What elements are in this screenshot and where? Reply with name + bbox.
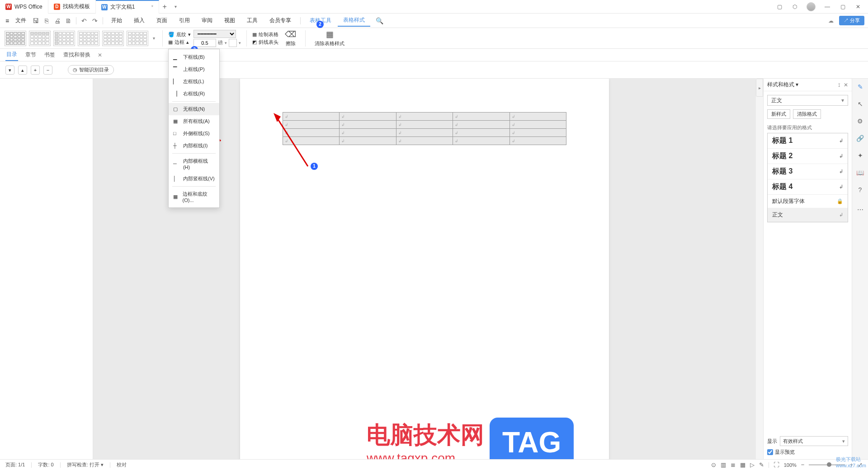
undo-icon[interactable]: ↶ — [79, 17, 89, 24]
menu-member[interactable]: 会员专享 — [264, 15, 297, 26]
avatar[interactable] — [807, 2, 816, 11]
menu-view[interactable]: 视图 — [219, 15, 241, 26]
hamburger-icon[interactable]: ≡ — [4, 17, 11, 24]
table-cell[interactable]: ↲ — [283, 113, 340, 121]
menu-start[interactable]: 开始 — [106, 15, 127, 26]
reading-view-icon[interactable]: ▷ — [750, 461, 755, 468]
spellcheck-status[interactable]: 拼写检查: 打开 ▾ — [67, 461, 104, 468]
tab-dropdown[interactable]: ▾ — [170, 4, 181, 9]
menu-reference[interactable]: 引用 — [174, 15, 195, 26]
zoom-level[interactable]: 100% — [784, 462, 797, 468]
border-inside-item[interactable]: ┼内部框线(I) — [169, 140, 219, 152]
new-style-button[interactable]: 新样式 — [767, 109, 790, 119]
menu-review[interactable]: 审阅 — [196, 15, 218, 26]
menu-insert[interactable]: 插入 — [128, 15, 150, 26]
border-width-input[interactable] — [193, 39, 216, 47]
redo-icon[interactable]: ↷ — [90, 17, 100, 24]
style-default-para-font[interactable]: 默认段落字体🔒 — [768, 195, 848, 208]
clear-table-style-button[interactable]: ▦ 清除表格样式 — [311, 29, 348, 47]
show-preview-input[interactable] — [767, 449, 773, 455]
pin-icon[interactable]: ⟟ — [838, 82, 840, 88]
proofing-status[interactable]: 校对 — [117, 461, 127, 468]
file-menu[interactable]: 文件 — [12, 17, 30, 24]
zoom-slider[interactable] — [809, 464, 845, 465]
table-style-preset-4[interactable] — [78, 31, 99, 46]
help-icon[interactable]: ? — [856, 185, 865, 194]
print-icon[interactable]: 🖨 — [52, 17, 62, 24]
nav-chapter[interactable]: 章节 — [24, 49, 37, 61]
document-tab[interactable]: W 文字文稿1 * — [96, 0, 159, 14]
border-inside-h-item[interactable]: ─内部横框线(H) — [169, 155, 219, 173]
clear-format-button[interactable]: 清除格式 — [793, 109, 821, 119]
border-color-button[interactable] — [229, 39, 237, 47]
style-heading-4[interactable]: 标题 4↲ — [768, 179, 848, 195]
zoom-out-button[interactable]: − — [801, 461, 805, 468]
document-table[interactable]: ↲↲↲↲↲ ↲↲↲↲↲ ↲↲↲↲↲ ↲↲↲↲↲ — [283, 112, 566, 145]
export-icon[interactable]: ⎘ — [42, 17, 52, 24]
zoom-in-button[interactable]: + — [849, 461, 853, 468]
read-tool-icon[interactable]: 📖 — [856, 168, 865, 177]
outline-add-button[interactable]: + — [31, 66, 40, 75]
app-tab[interactable]: W WPS Office — [0, 0, 48, 14]
shading-button[interactable]: 🪣 底纹 ▾ — [168, 31, 191, 38]
add-tab-button[interactable]: + — [159, 3, 170, 11]
border-shading-dialog-item[interactable]: ▦边框和底纹(O)... — [169, 188, 219, 206]
menu-page[interactable]: 页面 — [151, 15, 173, 26]
border-all-item[interactable]: ▦所有框线(A) — [169, 115, 219, 127]
cloud-icon[interactable]: ☁ — [828, 18, 834, 24]
nav-find-replace[interactable]: 查找和替换 — [62, 49, 91, 61]
panel-icon[interactable]: ▢ — [776, 3, 783, 10]
table-style-preset-6[interactable] — [127, 31, 148, 46]
outline-expand-button[interactable]: ▴ — [18, 66, 27, 75]
border-color-dropdown[interactable]: ▾ — [239, 41, 241, 45]
close-button[interactable]: ✕ — [854, 3, 862, 10]
minimize-button[interactable]: — — [824, 3, 831, 10]
page-indicator[interactable]: 页面: 1/1 — [5, 461, 25, 468]
border-bottom-item[interactable]: ▁下框线(B) — [169, 51, 219, 63]
border-line-style[interactable]: ━━━━━━ — [193, 30, 236, 38]
fit-page-icon[interactable]: ⛶ — [774, 461, 779, 468]
style-gallery-more[interactable]: ▾ — [151, 36, 157, 41]
word-count[interactable]: 字数: 0 — [38, 461, 53, 468]
table-style-preset-3[interactable] — [53, 31, 75, 46]
border-button[interactable]: ▦ 边框 ▴ — [168, 39, 191, 46]
smart-toc-button[interactable]: ◷ 智能识别目录 — [68, 65, 114, 75]
search-icon[interactable]: 🔍 — [376, 17, 383, 24]
nav-close-icon[interactable]: ✕ — [98, 52, 102, 58]
style-normal[interactable]: 正文↲ — [768, 208, 848, 222]
outline-collapse-button[interactable]: ▾ — [5, 66, 14, 75]
style-heading-1[interactable]: 标题 1↲ — [768, 133, 848, 149]
link-tool-icon[interactable]: 🔗 — [856, 134, 865, 143]
print-preview-icon[interactable]: 🗎 — [63, 17, 73, 24]
style-heading-3[interactable]: 标题 3↲ — [768, 164, 848, 179]
menu-table-style[interactable]: 表格样式 — [338, 14, 370, 27]
border-width-dropdown[interactable]: ▾ — [225, 41, 227, 45]
ai-tool-icon[interactable]: ✦ — [856, 151, 865, 160]
outline-remove-button[interactable]: − — [43, 66, 52, 75]
edit-tool-icon[interactable]: ✎ — [856, 82, 865, 91]
focus-mode-icon[interactable]: ⊙ — [711, 461, 716, 468]
page-layout-icon[interactable]: ▥ — [721, 461, 726, 468]
diagonal-header-button[interactable]: ◩ 斜线表头 — [252, 39, 278, 46]
share-button[interactable]: ↗ 分享 — [839, 16, 864, 25]
draw-table-button[interactable]: ▦ 绘制表格 — [252, 31, 278, 38]
border-inside-v-item[interactable]: │内部竖框线(V) — [169, 173, 219, 185]
menu-table-tools[interactable]: 表格工具 — [304, 15, 337, 26]
draft-view-icon[interactable]: ✎ — [759, 461, 764, 468]
template-tab[interactable]: D 找稿壳模板 — [48, 0, 96, 14]
settings-icon[interactable]: ⚙ — [856, 117, 865, 126]
current-style-select[interactable]: 正文▾ — [767, 95, 848, 106]
select-tool-icon[interactable]: ↖ — [856, 99, 865, 108]
web-layout-icon[interactable]: ▦ — [740, 461, 745, 468]
cube-icon[interactable]: ⬡ — [791, 3, 798, 10]
fullscreen-icon[interactable]: ⤢ — [858, 461, 863, 468]
outline-view-icon[interactable]: ≣ — [731, 461, 736, 468]
style-heading-2[interactable]: 标题 2↲ — [768, 149, 848, 164]
border-right-item[interactable]: ▕右框线(R) — [169, 88, 219, 100]
erase-button[interactable]: ⌫ 擦除 — [281, 29, 300, 47]
table-style-preset-5[interactable] — [102, 31, 124, 46]
display-mode-select[interactable]: 有效样式▾ — [780, 436, 848, 446]
border-top-item[interactable]: ▔上框线(P) — [169, 63, 219, 75]
table-style-preset-2[interactable] — [29, 31, 51, 46]
save-icon[interactable]: 🖫 — [31, 17, 41, 24]
